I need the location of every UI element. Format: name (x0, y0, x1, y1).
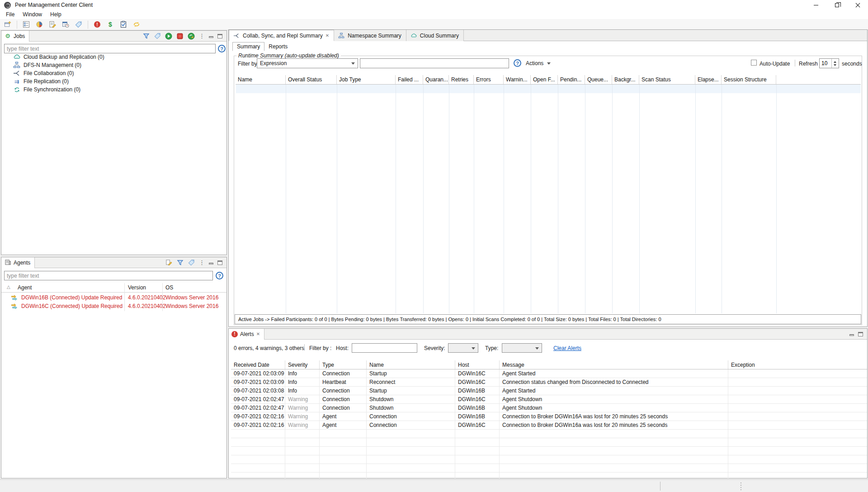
alert-row[interactable]: 09-07-2021 02:03:09 Info Heartbeat Recon… (231, 378, 867, 387)
agent-row[interactable]: DGWin16B (Connected) Update Required 4.6… (1, 293, 226, 302)
alerts-column-severity[interactable]: Severity (285, 360, 320, 369)
alerts-column-type[interactable]: Type (320, 360, 367, 369)
spinner-arrows[interactable] (831, 59, 838, 68)
column-overall-status[interactable]: Overall Status (286, 75, 337, 84)
tree-item-file-synchronization[interactable]: File Synchronization (0) (1, 85, 226, 94)
column-open-files[interactable]: Open F... (531, 75, 558, 84)
maximize-view-icon[interactable] (858, 332, 863, 336)
agents-filter-help-icon[interactable]: ? (216, 272, 223, 279)
schedule-button[interactable] (61, 20, 71, 29)
agents-column-os[interactable]: OS (165, 284, 173, 291)
tag-icon[interactable] (154, 33, 161, 40)
column-session-structure[interactable]: Session Structure (722, 75, 776, 84)
column-elapsed[interactable]: Elapse... (695, 75, 722, 84)
refresh-interval-input[interactable] (820, 59, 831, 68)
alerts-column-exception[interactable]: Exception (728, 360, 866, 369)
minimize-view-icon[interactable] (209, 263, 213, 265)
jobs-filter-help-icon[interactable]: ? (218, 45, 226, 52)
alerts-column-host[interactable]: Host (455, 360, 500, 369)
tab-cloud-summary[interactable]: Cloud Summary (406, 30, 464, 41)
tab-namespace-summary[interactable]: Namespace Summary (334, 30, 406, 41)
column-job-type[interactable]: Job Type (337, 75, 396, 84)
alert-row[interactable]: 09-07-2021 02:03:08 Info Connection Star… (231, 387, 867, 395)
agent-row[interactable]: DGWin16C (Connected) Update Required 4.6… (1, 302, 226, 310)
alert-row[interactable]: 09-07-2021 02:02:47 Warning Connection S… (231, 404, 867, 412)
minimize-view-icon[interactable] (849, 334, 854, 336)
clear-alerts-link[interactable]: Clear Alerts (553, 345, 581, 351)
sort-ascending-icon[interactable]: △ (7, 284, 10, 289)
maximize-view-icon[interactable] (217, 260, 222, 265)
reports-button[interactable] (47, 20, 57, 29)
new-job-button[interactable] (3, 20, 13, 29)
alerts-column-received-date[interactable]: Received Date (231, 360, 285, 369)
jobs-filter-input[interactable] (4, 44, 216, 53)
close-window-button[interactable] (847, 0, 868, 10)
column-quarantines[interactable]: Quaran... (423, 75, 449, 84)
empty-selected-row[interactable] (236, 85, 861, 93)
tree-item-file-replication[interactable]: ⇉ File Replication (0) (1, 77, 226, 85)
filter-funnel-icon[interactable] (176, 259, 184, 266)
column-name[interactable]: Name (236, 75, 286, 84)
subtab-summary[interactable]: Summary (232, 42, 264, 51)
tree-item-cloud-backup[interactable]: Cloud Backup and Replication (0) (1, 53, 226, 61)
filter-expression-input[interactable] (360, 58, 509, 68)
alerts-column-message[interactable]: Message (500, 360, 728, 369)
filter-funnel-icon[interactable] (142, 33, 150, 40)
preferences-button[interactable] (21, 20, 31, 29)
column-failed[interactable]: Failed ... (396, 75, 423, 84)
alerts-button[interactable]: ! (92, 20, 102, 29)
actions-menu-button[interactable]: Actions (526, 58, 551, 68)
agents-column-agent[interactable]: Agent (18, 284, 32, 291)
restart-job-icon[interactable] (188, 33, 195, 40)
close-tab-icon[interactable]: ✕ (326, 33, 329, 38)
tree-item-dfsn[interactable]: DFS-N Management (0) (1, 61, 226, 69)
alert-row[interactable]: 09-07-2021 02:02:16 Warning Agent Connec… (231, 412, 867, 421)
column-scan-status[interactable]: Scan Status (639, 75, 695, 84)
tags-button[interactable] (74, 20, 84, 29)
licensing-button[interactable]: $ (105, 20, 115, 29)
tree-item-file-collaboration[interactable]: File Collaboration (0) (1, 69, 226, 77)
close-tab-icon[interactable]: ✕ (256, 332, 260, 336)
column-warnings[interactable]: Warnin... (504, 75, 531, 84)
alert-row[interactable]: 09-07-2021 02:03:09 Info Connection Star… (231, 369, 867, 378)
tag-icon[interactable] (188, 259, 195, 266)
stop-job-icon[interactable] (176, 33, 184, 40)
tasks-button[interactable] (118, 20, 128, 29)
auto-update-checkbox[interactable] (751, 60, 757, 66)
jobs-view-tab[interactable]: ⚙ Jobs (1, 31, 29, 42)
filter-help-icon[interactable]: ? (514, 59, 521, 67)
filter-mode-select[interactable]: Expression (257, 58, 358, 68)
subtab-reports[interactable]: Reports (264, 42, 292, 51)
view-menu-icon[interactable]: ⋮ (199, 260, 205, 265)
agents-column-version[interactable]: Version (128, 284, 146, 291)
alert-row[interactable]: 09-07-2021 02:02:16 Warning Agent Connec… (231, 421, 867, 430)
minimize-view-icon[interactable] (209, 36, 213, 38)
minimize-window-button[interactable] (806, 0, 826, 10)
edit-agent-icon[interactable] (165, 259, 172, 266)
restore-window-button[interactable] (826, 0, 847, 10)
refresh-interval-spinner[interactable] (819, 58, 839, 68)
trim-drag-grip[interactable] (740, 481, 742, 492)
agents-view-tab[interactable]: Agents (1, 257, 35, 268)
maximize-view-icon[interactable] (217, 34, 222, 38)
menu-file[interactable]: File (2, 10, 19, 19)
alerts-type-select[interactable] (502, 343, 542, 353)
spinner-up-icon[interactable] (834, 61, 836, 63)
alert-row[interactable]: 09-07-2021 02:02:47 Warning Connection S… (231, 395, 867, 404)
agents-filter-input[interactable] (4, 271, 213, 280)
column-pending[interactable]: Pendin... (558, 75, 585, 84)
start-job-icon[interactable] (165, 33, 172, 40)
alerts-view-tab[interactable]: ! Alerts ✕ (229, 329, 264, 340)
column-queued[interactable]: Queue... (585, 75, 612, 84)
menu-window[interactable]: Window (19, 10, 46, 19)
alerts-host-input[interactable] (352, 343, 417, 353)
column-background[interactable]: Backgr... (612, 75, 639, 84)
column-retries[interactable]: Retries (449, 75, 474, 84)
alerts-severity-select[interactable] (448, 343, 478, 353)
tab-collab-sync-repl-summary[interactable]: Collab, Sync, and Repl Summary ✕ (229, 30, 334, 41)
column-errors[interactable]: Errors (474, 75, 504, 84)
menu-help[interactable]: Help (46, 10, 66, 19)
dashboard-button[interactable] (34, 20, 44, 29)
spinner-down-icon[interactable] (834, 64, 836, 66)
transfers-button[interactable] (132, 20, 142, 29)
